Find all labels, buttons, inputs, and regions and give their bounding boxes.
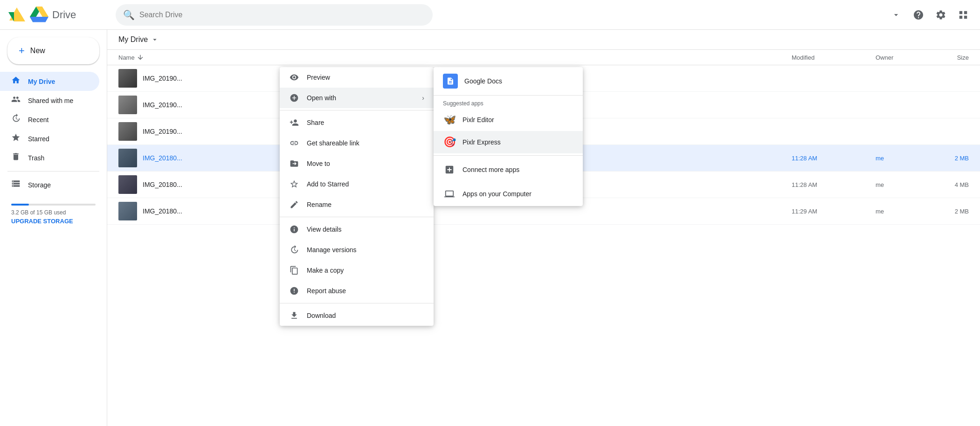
my-drive-icon — [11, 76, 21, 87]
menu-divider — [280, 217, 434, 217]
sidebar-item-my-drive[interactable]: My Drive — [0, 72, 99, 91]
rename-label: Rename — [307, 201, 331, 208]
connect-apps-icon — [443, 163, 456, 176]
star-icon — [289, 179, 299, 189]
help-button[interactable] — [909, 6, 928, 24]
sidebar-divider — [7, 171, 99, 172]
report-abuse-label: Report abuse — [307, 287, 346, 295]
view-toggle-button[interactable] — [954, 6, 973, 24]
submenu-pixlr-editor[interactable]: 🦋 Pixlr Editor — [434, 109, 583, 131]
search-bar[interactable]: 🔍 — [116, 4, 433, 26]
apps-on-computer-label: Apps on your Computer — [462, 190, 531, 198]
sidebar-item-starred[interactable]: Starred — [0, 129, 99, 148]
download-icon — [289, 310, 299, 321]
logo-area: Drive — [7, 6, 110, 24]
storage-used-text: 3.2 GB of 15 GB used — [11, 209, 96, 216]
storage-section: 3.2 GB of 15 GB used UPGRADE STORAGE — [0, 194, 107, 230]
context-menu-item-rename[interactable]: Rename — [280, 194, 434, 215]
move-to-label: Move to — [307, 160, 330, 167]
search-input[interactable] — [139, 11, 425, 19]
open-with-submenu: Google Docs Suggested apps 🦋 Pixlr Edito… — [434, 67, 583, 206]
submenu-divider — [434, 155, 583, 156]
sidebar-item-trash[interactable]: Trash — [0, 148, 99, 167]
sidebar-item-shared-label: Shared with me — [28, 97, 73, 104]
sidebar: + New My Drive Shared with me Recent — [0, 30, 107, 426]
open-with-icon — [289, 93, 299, 103]
make-copy-label: Make a copy — [307, 267, 344, 274]
trash-icon — [11, 152, 21, 164]
context-menu-item-manage-versions[interactable]: Manage versions — [280, 240, 434, 260]
pixlr-express-label: Pixlr Express — [462, 138, 501, 146]
app-body: + New My Drive Shared with me Recent — [0, 30, 980, 426]
context-menu-item-view-details[interactable]: View details — [280, 219, 434, 240]
upgrade-storage-button[interactable]: UPGRADE STORAGE — [11, 218, 73, 225]
context-menu-item-preview[interactable]: Preview — [280, 67, 434, 88]
storage-label: Storage — [28, 181, 51, 189]
shared-icon — [11, 95, 21, 106]
preview-icon — [289, 72, 299, 82]
preview-label: Preview — [307, 74, 330, 81]
submenu-google-docs[interactable]: Google Docs — [434, 67, 583, 96]
drive-logo-icon — [7, 6, 26, 24]
plus-icon: + — [19, 45, 25, 57]
menu-divider — [280, 303, 434, 303]
get-link-label: Get shareable link — [307, 139, 359, 147]
context-menu-item-move-to[interactable]: Move to — [280, 153, 434, 174]
move-to-icon — [289, 158, 299, 169]
report-icon — [289, 286, 299, 296]
context-menu-item-report-abuse[interactable]: Report abuse — [280, 281, 434, 301]
sidebar-item-recent-label: Recent — [28, 116, 48, 124]
app-title: Drive — [52, 9, 76, 21]
sidebar-item-shared-with-me[interactable]: Shared with me — [0, 91, 99, 110]
apps-on-computer[interactable]: Apps on your Computer — [434, 182, 583, 206]
context-menu-item-share[interactable]: Share — [280, 112, 434, 133]
computer-apps-icon — [443, 187, 456, 200]
context-menu-item-get-link[interactable]: Get shareable link — [280, 133, 434, 153]
info-icon — [289, 224, 299, 234]
add-starred-label: Add to Starred — [307, 180, 349, 188]
header: Drive 🔍 — [0, 0, 980, 30]
versions-icon — [289, 245, 299, 255]
connect-more-apps[interactable]: Connect more apps — [434, 158, 583, 182]
sidebar-item-my-drive-label: My Drive — [28, 78, 55, 85]
suggested-apps-label: Suggested apps — [434, 96, 583, 109]
sidebar-item-recent[interactable]: Recent — [0, 110, 99, 129]
rename-icon — [289, 199, 299, 210]
search-options-dropdown[interactable] — [887, 6, 905, 24]
settings-button[interactable] — [932, 6, 950, 24]
google-docs-label: Google Docs — [464, 77, 502, 85]
sidebar-item-trash-label: Trash — [28, 154, 44, 162]
recent-icon — [11, 114, 21, 125]
main-content: My Drive Name Modified Owner Size IMG_20… — [107, 30, 980, 426]
context-menu-item-make-copy[interactable]: Make a copy — [280, 260, 434, 281]
submenu-pixlr-express[interactable]: 🎯 Pixlr Express — [434, 131, 583, 153]
pixlr-editor-icon: 🦋 — [443, 113, 456, 126]
share-icon — [289, 117, 299, 128]
storage-bar-background — [11, 204, 96, 206]
open-with-arrow-icon: › — [422, 94, 424, 102]
share-label: Share — [307, 119, 324, 126]
context-menu-item-download[interactable]: Download — [280, 305, 434, 326]
link-icon — [289, 138, 299, 148]
connect-more-apps-label: Connect more apps — [462, 166, 519, 173]
manage-versions-label: Manage versions — [307, 246, 357, 254]
drive-logo — [30, 7, 48, 23]
pixlr-express-icon: 🎯 — [443, 136, 456, 149]
copy-icon — [289, 265, 299, 275]
search-icon: 🔍 — [123, 9, 135, 21]
google-docs-icon — [443, 74, 458, 89]
open-with-label: Open with — [307, 94, 336, 102]
context-menu-overlay: Preview Open with › Share — [107, 30, 980, 426]
storage-bar-fill — [11, 204, 29, 206]
header-right — [887, 6, 973, 24]
new-button-label: New — [30, 47, 45, 55]
context-menu-item-open-with[interactable]: Open with › — [280, 88, 434, 108]
sidebar-item-storage: Storage — [0, 175, 99, 194]
new-button[interactable]: + New — [7, 37, 99, 64]
context-menu: Preview Open with › Share — [280, 67, 434, 326]
context-menu-item-add-starred[interactable]: Add to Starred — [280, 174, 434, 194]
sidebar-item-starred-label: Starred — [28, 135, 49, 143]
view-details-label: View details — [307, 226, 341, 233]
starred-icon — [11, 133, 21, 144]
download-label: Download — [307, 312, 336, 319]
